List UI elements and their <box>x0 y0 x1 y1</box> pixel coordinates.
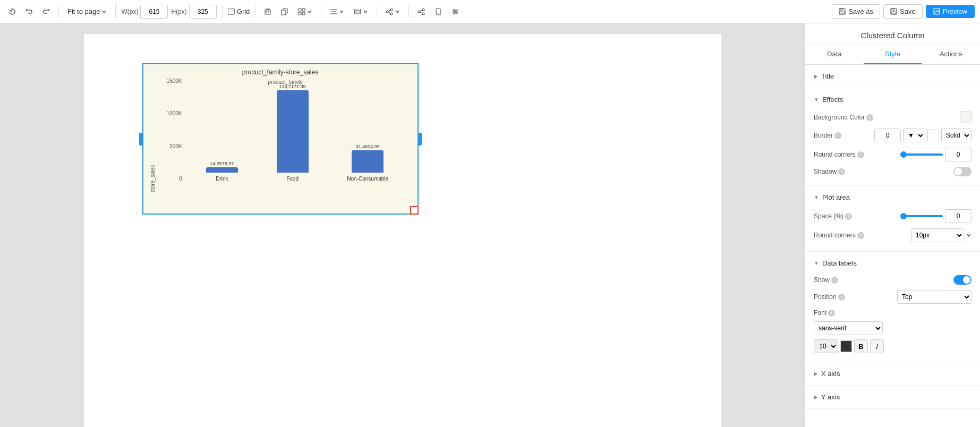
font-bold-button[interactable]: B <box>854 339 868 353</box>
share-button[interactable] <box>414 6 428 18</box>
space-slider[interactable] <box>900 215 943 217</box>
svg-line-22 <box>388 12 390 14</box>
font-family-select[interactable]: sans-serif serif monospace <box>814 321 883 335</box>
font-size-select[interactable]: 10 12 14 <box>814 339 838 353</box>
show-info[interactable]: i <box>831 277 838 284</box>
y-axis-ticks: 1500K 1000K 500K 0 <box>158 78 184 182</box>
width-input[interactable] <box>140 5 168 19</box>
preview-label: Preview <box>943 7 967 15</box>
bar-label-drink: Drink <box>216 176 228 182</box>
save-as-label: Save as <box>848 7 873 15</box>
bar-food <box>277 90 309 173</box>
svg-point-19 <box>390 8 393 11</box>
position-info[interactable]: i <box>838 294 845 301</box>
svg-rect-38 <box>840 12 845 14</box>
mobile-preview-button[interactable] <box>431 6 445 18</box>
canvas-area[interactable]: product_family-store_sales store_sales 1… <box>0 23 805 427</box>
save-button[interactable]: Save <box>883 4 923 19</box>
preview-button[interactable]: Preview <box>926 5 975 18</box>
left-resize-handle[interactable] <box>139 133 143 146</box>
shadow-toggle[interactable] <box>953 167 972 176</box>
resize-handle[interactable] <box>410 206 419 215</box>
show-row: Show i <box>814 272 972 287</box>
font-color-swatch[interactable] <box>840 340 852 352</box>
redo-button[interactable] <box>39 6 53 18</box>
refresh-button[interactable] <box>5 6 19 18</box>
x-axis-label-panel: X axis <box>821 370 840 378</box>
show-toggle[interactable] <box>953 275 972 285</box>
border-color-swatch[interactable] <box>927 130 939 141</box>
x-axis-header[interactable]: ▶ X axis <box>814 366 972 381</box>
grid-toggle[interactable]: Grid <box>228 7 250 15</box>
svg-point-29 <box>438 13 439 14</box>
border-width-input[interactable] <box>874 129 901 142</box>
tab-data[interactable]: Data <box>805 45 864 64</box>
effects-section-header[interactable]: ▼ Effects <box>814 92 972 107</box>
space-row: Space (%) i <box>814 207 972 226</box>
chart-widget[interactable]: product_family-store_sales store_sales 1… <box>142 63 419 215</box>
y-axis-header[interactable]: ▶ Y axis <box>814 390 972 404</box>
title-section-header[interactable]: ▶ Title <box>814 69 972 83</box>
space-input[interactable] <box>945 209 972 223</box>
mobile-icon <box>434 8 442 15</box>
plot-round-corners-info[interactable]: i <box>857 232 864 239</box>
svg-line-21 <box>388 10 390 12</box>
refresh-icon <box>8 8 16 15</box>
plot-round-corners-select[interactable]: 10px 0px 5px <box>911 228 964 242</box>
connect-button[interactable] <box>382 6 403 18</box>
bar-nonconsumable <box>352 150 384 173</box>
space-info[interactable]: i <box>845 213 852 220</box>
border-label: Border i <box>814 132 841 139</box>
panel-tabs: Data Style Actions <box>805 45 980 65</box>
distribute-button[interactable] <box>351 6 371 18</box>
svg-rect-0 <box>265 10 270 14</box>
right-resize-handle[interactable] <box>417 133 422 146</box>
svg-rect-7 <box>282 10 286 15</box>
round-corners-input[interactable] <box>945 148 972 161</box>
font-info[interactable]: i <box>828 310 835 317</box>
fit-to-page-label: Fit to page <box>67 7 100 15</box>
delete-button[interactable] <box>261 6 275 18</box>
fit-to-page-button[interactable]: Fit to page <box>64 5 110 18</box>
font-italic-button[interactable]: I <box>870 339 884 353</box>
undo-button[interactable] <box>22 6 36 18</box>
svg-point-25 <box>422 13 424 15</box>
round-corners-slider[interactable] <box>900 153 943 156</box>
effects-collapse-icon: ▼ <box>814 97 819 103</box>
bg-color-row: Background Color i <box>814 109 972 126</box>
effects-section-body: Background Color i Border i <box>814 107 972 181</box>
widget-type-button[interactable] <box>295 6 316 18</box>
tab-actions[interactable]: Actions <box>922 45 980 64</box>
plot-area-header[interactable]: ▼ Plot area <box>814 190 972 204</box>
shadow-info[interactable]: i <box>838 168 845 175</box>
align-button[interactable] <box>327 6 347 18</box>
border-style-select[interactable]: ▼ <box>903 129 925 142</box>
border-type-select[interactable]: Solid <box>941 129 972 142</box>
height-input[interactable] <box>189 5 217 19</box>
panel-title: Clustered Column <box>805 23 980 45</box>
effects-section: ▼ Effects Background Color i <box>805 88 980 186</box>
plot-round-corners-control: 10px 0px 5px <box>911 228 972 242</box>
svg-rect-40 <box>892 8 894 10</box>
save-as-button[interactable]: Save as <box>832 4 880 19</box>
y-tick-500: 500K <box>169 143 182 149</box>
settings-button[interactable] <box>448 6 462 18</box>
bar-label-food: Food <box>286 176 299 182</box>
border-info[interactable]: i <box>834 132 841 139</box>
data-labels-header[interactable]: ▼ Data labels <box>814 256 972 270</box>
shadow-slider <box>953 167 972 176</box>
svg-rect-17 <box>356 10 359 13</box>
data-labels-label: Data labels <box>822 259 857 267</box>
round-corners-info[interactable]: i <box>857 151 864 158</box>
bar-group-food: 118,7171.39 Food <box>277 84 309 182</box>
grid-checkbox[interactable] <box>228 8 235 15</box>
plot-round-corners-label: Round corners i <box>814 232 864 239</box>
position-select[interactable]: Top Bottom Center <box>897 290 972 304</box>
bg-color-info[interactable]: i <box>866 114 873 121</box>
svg-point-33 <box>454 9 455 11</box>
bg-color-swatch[interactable] <box>960 112 972 123</box>
chevron-down-icon <box>101 9 107 14</box>
copy-button[interactable] <box>278 6 292 18</box>
y-tick-1500: 1500K <box>167 78 182 84</box>
tab-style[interactable]: Style <box>864 45 922 64</box>
